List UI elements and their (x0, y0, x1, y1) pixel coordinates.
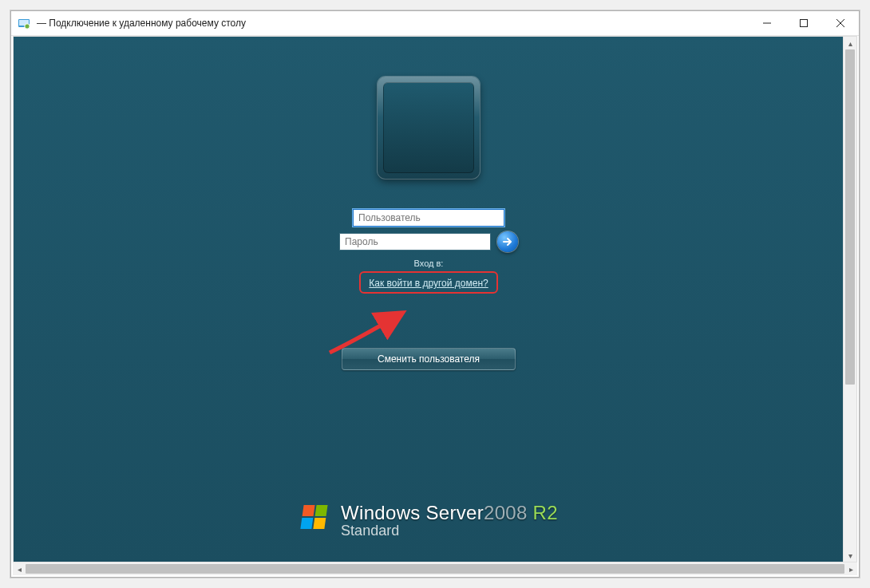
maximize-button[interactable] (785, 11, 822, 35)
rdp-client-window: — Подключение к удаленному рабочему стол… (10, 10, 860, 578)
switch-user-button[interactable]: Сменить пользователя (342, 348, 516, 370)
brand-edition: Standard (341, 523, 558, 539)
horizontal-scrollbar[interactable]: ◂ ▸ (13, 562, 857, 575)
close-button[interactable] (822, 11, 859, 35)
svg-rect-7 (303, 505, 315, 516)
switch-user-label: Сменить пользователя (378, 353, 480, 365)
username-row (353, 209, 504, 227)
svg-rect-10 (313, 518, 326, 529)
svg-rect-4 (801, 20, 808, 27)
brand-product: Windows Server (341, 502, 484, 523)
password-input[interactable] (339, 233, 491, 251)
rdp-app-icon (18, 17, 30, 30)
submit-login-button[interactable] (497, 231, 518, 252)
username-input[interactable] (353, 209, 504, 227)
scroll-left-icon[interactable]: ◂ (13, 562, 26, 575)
titlebar: — Подключение к удаленному рабочему стол… (11, 11, 859, 36)
login-panel: Вход в: Как войти в другой домен? Сменит… (339, 77, 518, 370)
window-title: — Подключение к удаленному рабочему стол… (37, 18, 246, 29)
brand-r2: R2 (533, 502, 558, 523)
brand-text: Windows Server2008 R2 Standard (341, 502, 558, 539)
vertical-scrollbar[interactable]: ▴ ▾ (843, 37, 856, 562)
svg-point-2 (25, 24, 30, 29)
brand-year: 2008 (484, 502, 528, 523)
os-branding: Windows Server2008 R2 Standard (299, 502, 558, 539)
remote-viewport: Вход в: Как войти в другой домен? Сменит… (13, 36, 857, 562)
scroll-down-icon[interactable]: ▾ (844, 549, 856, 562)
scroll-up-icon[interactable]: ▴ (844, 37, 856, 49)
user-avatar (383, 82, 474, 173)
password-row (339, 231, 518, 252)
minimize-button[interactable] (749, 11, 785, 35)
other-domain-link[interactable]: Как войти в другой домен? (369, 278, 488, 289)
svg-line-5 (836, 19, 844, 27)
scroll-right-icon[interactable]: ▸ (844, 562, 857, 575)
horizontal-scroll-thumb[interactable] (26, 564, 844, 574)
vertical-scroll-thumb[interactable] (845, 49, 855, 385)
windows-flag-icon (299, 502, 331, 534)
remote-desktop-area: Вход в: Как войти в другой домен? Сменит… (14, 37, 844, 562)
svg-rect-8 (315, 505, 328, 516)
svg-line-6 (836, 19, 844, 27)
highlight-annotation: Как войти в другой домен? (359, 271, 497, 294)
login-domain-label: Вход в: (414, 258, 444, 268)
user-avatar-frame (378, 77, 480, 179)
svg-rect-9 (300, 518, 313, 529)
